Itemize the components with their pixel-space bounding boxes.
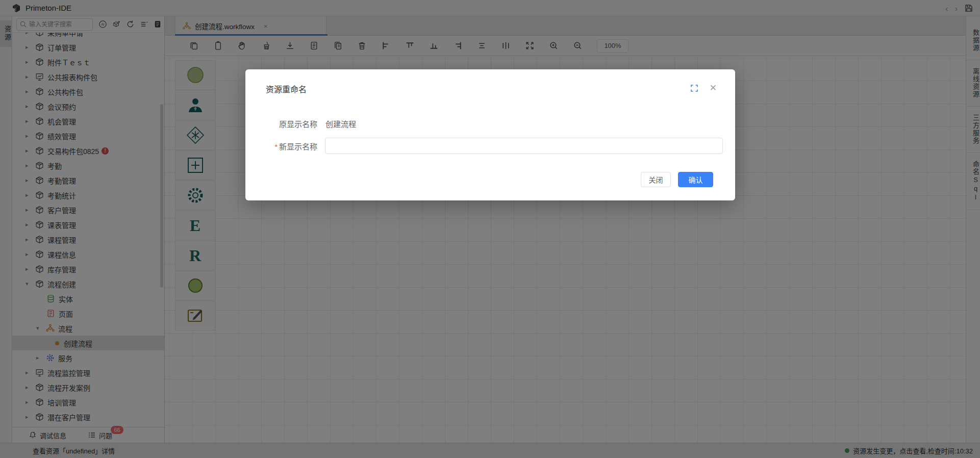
new-name-label: *新显示名称 [245,141,317,151]
required-asterisk: * [275,143,278,151]
primeton-ide-window: Primeton-IDE ‹ › 资源 AI [0,0,980,458]
dialog-title: 资源重命名 [266,83,307,95]
new-name-row: *新显示名称 [245,138,735,154]
old-name-value: 创建流程 [325,118,356,129]
modal-overlay [0,0,980,458]
old-name-label: 原显示名称 [245,118,317,129]
close-icon[interactable]: ✕ [710,84,717,92]
new-name-input[interactable] [325,138,723,154]
rename-resource-dialog: 资源重命名 ✕ 原显示名称 创建流程 *新显示名称 关闭 确认 [245,69,735,200]
fullscreen-icon[interactable] [690,84,698,92]
old-name-row: 原显示名称 创建流程 [245,118,735,129]
close-button[interactable]: 关闭 [641,172,671,187]
confirm-button[interactable]: 确认 [678,172,713,187]
